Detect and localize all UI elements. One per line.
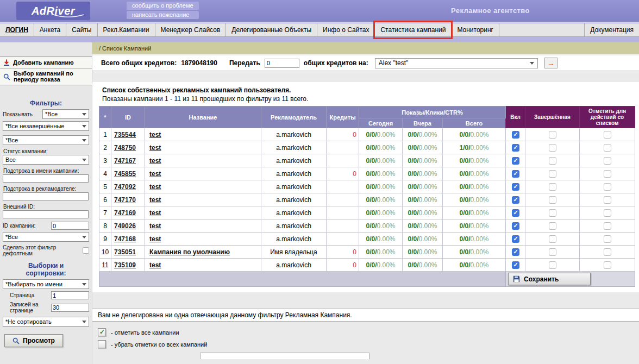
finished-checkbox[interactable] (549, 157, 556, 165)
campaign-id-link[interactable]: 748750 (114, 144, 136, 152)
nav-item-8[interactable]: Статистика кампаний (375, 23, 452, 36)
enabled-checkbox[interactable] (512, 170, 519, 178)
add-campaign-button[interactable]: Добавить кампанию (0, 57, 92, 68)
finished-checkbox[interactable] (549, 170, 556, 178)
campaign-id-link[interactable]: 735544 (114, 131, 136, 139)
nav-item-5[interactable]: Менеджер Слайсов (155, 23, 227, 36)
enabled-checkbox[interactable] (512, 222, 519, 230)
extra-select[interactable]: *Все (3, 232, 89, 242)
nav-item-1[interactable]: ЛОГИН (0, 23, 34, 36)
nav-item-9[interactable]: Мониторинг (452, 23, 499, 36)
sort-select[interactable]: *Не сортировать (3, 317, 89, 327)
enabled-checkbox[interactable] (512, 209, 519, 217)
enabled-checkbox[interactable] (512, 261, 519, 269)
mark-checkbox[interactable] (604, 196, 611, 204)
view-button[interactable]: Просмотр (4, 334, 63, 347)
recipient-select[interactable]: Alex "test" (375, 58, 538, 68)
nav-item-6[interactable]: Делегированные Объекты (226, 23, 317, 36)
period-select-button[interactable]: Выбор кампаний по периоду показа (0, 68, 92, 85)
transfer-amount-input[interactable] (265, 59, 299, 68)
enabled-checkbox[interactable] (512, 157, 519, 165)
campaign-name-link[interactable]: test (149, 170, 161, 178)
campaign-id-link[interactable]: 749026 (114, 222, 136, 230)
mark-checkbox[interactable] (604, 209, 611, 217)
finished-checkbox[interactable] (549, 196, 556, 204)
nav-item-4[interactable]: Рекл.Кампании (98, 23, 155, 36)
finished-checkbox[interactable] (549, 183, 556, 191)
advertiser-substring-input[interactable] (3, 192, 89, 200)
enabled-checkbox[interactable] (512, 131, 519, 139)
enabled-checkbox[interactable] (512, 196, 519, 204)
enabled-checkbox[interactable] (512, 248, 519, 256)
col-name[interactable]: Название (145, 106, 261, 128)
finished-checkbox[interactable] (549, 261, 556, 269)
transfer-button[interactable]: → (544, 58, 557, 68)
campaign-name-link[interactable]: test (149, 144, 161, 152)
mark-checkbox[interactable] (604, 183, 611, 191)
campaign-name-link[interactable]: test (149, 209, 161, 217)
adriver-logo[interactable]: AdRiver (16, 2, 90, 20)
campaign-id-link[interactable]: 747169 (114, 209, 136, 217)
page-input[interactable] (51, 291, 89, 299)
campaign-name-link[interactable]: test (149, 261, 161, 269)
external-id-input[interactable] (3, 210, 89, 218)
nav-item-documentation[interactable]: Документация (584, 23, 639, 36)
finished-checkbox[interactable] (549, 235, 556, 243)
type-select[interactable]: *Все (3, 135, 89, 145)
mark-checkbox[interactable] (604, 131, 611, 139)
select-by-select[interactable]: *Выбирать по имени (3, 279, 89, 289)
campaign-name-link[interactable]: test (149, 235, 161, 243)
campaign-name-link[interactable]: test (149, 183, 161, 191)
mark-checkbox[interactable] (604, 144, 611, 152)
write-wish-link[interactable]: написать пожелание (127, 11, 199, 19)
finished-checkbox[interactable] (549, 209, 556, 217)
col-credits[interactable]: Кредиты (327, 106, 359, 128)
campaign-id-link[interactable]: 747167 (114, 157, 136, 165)
col-yesterday[interactable]: Вчера (403, 118, 443, 128)
campaign-name-link[interactable]: Кампания по умолчанию (149, 248, 230, 256)
mark-checkbox[interactable] (604, 157, 611, 165)
finished-checkbox[interactable] (549, 144, 556, 152)
campaign-name-link[interactable]: test (149, 157, 161, 165)
check-all-icon[interactable] (98, 328, 106, 336)
mark-checkbox[interactable] (604, 248, 611, 256)
save-button[interactable]: Сохранить (508, 273, 591, 285)
status-select[interactable]: Все (3, 155, 89, 165)
nav-item-2[interactable]: Анкета (34, 23, 66, 36)
campaign-name-link[interactable]: test (149, 222, 161, 230)
mark-checkbox[interactable] (604, 261, 611, 269)
col-advertiser[interactable]: Рекламодатель (261, 106, 327, 128)
campaign-id-link[interactable]: 747170 (114, 196, 136, 204)
show-select[interactable]: *Все (42, 109, 89, 119)
default-filter-checkbox[interactable] (83, 247, 89, 254)
per-page-input[interactable] (51, 304, 89, 312)
campaign-id-input[interactable] (51, 222, 89, 230)
name-substring-input[interactable] (3, 174, 89, 183)
report-problem-link[interactable]: сообщить о проблеме (127, 2, 199, 10)
campaign-name-link[interactable]: test (149, 131, 161, 139)
enabled-checkbox[interactable] (512, 235, 519, 243)
campaign-id-link[interactable]: 747092 (114, 183, 136, 191)
col-id[interactable]: ID (111, 106, 145, 128)
enabled-checkbox[interactable] (512, 183, 519, 191)
campaign-id-link[interactable]: 745855 (114, 170, 136, 178)
campaign-id-link[interactable]: 735051 (114, 248, 136, 256)
mark-checkbox[interactable] (604, 170, 611, 178)
mark-checkbox[interactable] (604, 235, 611, 243)
mark-checkbox[interactable] (604, 222, 611, 230)
mark-cell (580, 154, 635, 167)
show-label: Показывать (3, 111, 33, 117)
finished-checkbox[interactable] (549, 222, 556, 230)
state-select[interactable]: *Все незавершённые (3, 121, 89, 131)
campaign-id-link[interactable]: 735109 (114, 261, 136, 269)
col-total[interactable]: Всего (443, 118, 506, 128)
campaign-name-link[interactable]: test (149, 196, 161, 204)
nav-item-7[interactable]: Инфо о Сайтах (317, 23, 375, 36)
uncheck-all-icon[interactable] (98, 340, 106, 348)
enabled-checkbox[interactable] (512, 144, 519, 152)
finished-checkbox[interactable] (549, 248, 556, 256)
col-today[interactable]: Сегодня (359, 118, 403, 128)
finished-checkbox[interactable] (549, 131, 556, 139)
campaign-id-link[interactable]: 747168 (114, 235, 136, 243)
nav-item-3[interactable]: Сайты (66, 23, 97, 36)
